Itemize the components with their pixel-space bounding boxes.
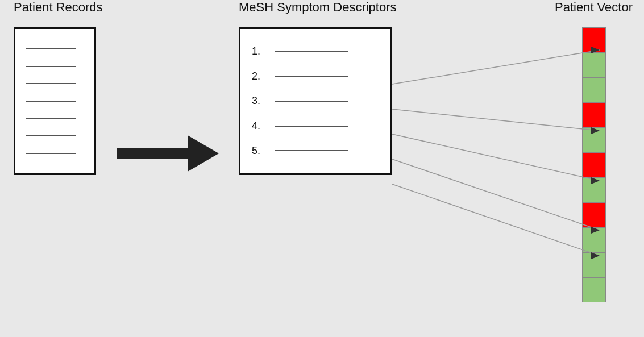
document-box — [14, 27, 96, 175]
vector-cell-4 — [582, 102, 606, 127]
doc-line — [26, 66, 76, 67]
mesh-item-3: 3. — [252, 95, 379, 107]
doc-line — [26, 118, 76, 119]
mesh-line-1 — [275, 51, 348, 52]
vector-cell-10 — [582, 252, 606, 277]
mesh-line-4 — [275, 126, 348, 127]
mesh-number-4: 4. — [252, 120, 268, 132]
doc-line — [26, 153, 76, 154]
vector-cell-5 — [582, 127, 606, 152]
patient-vector-section: Patient Vector — [555, 0, 633, 302]
doc-line — [26, 135, 76, 136]
mesh-item-5: 5. — [252, 145, 379, 157]
mesh-number-2: 2. — [252, 70, 268, 82]
big-arrow — [117, 135, 219, 172]
vector-cell-6 — [582, 152, 606, 177]
diagram-container: Patient Records MeSH Symptom Descriptors… — [0, 0, 644, 337]
mesh-number-1: 1. — [252, 45, 268, 57]
mesh-item-2: 2. — [252, 70, 379, 82]
vector-cell-8 — [582, 202, 606, 227]
mesh-section: MeSH Symptom Descriptors 1. 2. 3. 4. 5. — [239, 0, 397, 175]
vector-cell-11 — [582, 277, 606, 302]
patient-records-section: Patient Records — [14, 0, 103, 175]
vector-cell-2 — [582, 52, 606, 77]
doc-line — [26, 101, 76, 102]
doc-line — [26, 83, 76, 84]
mesh-line-2 — [275, 76, 348, 77]
patient-records-title: Patient Records — [14, 0, 103, 15]
vector-column — [582, 27, 606, 302]
mesh-number-5: 5. — [252, 145, 268, 157]
mesh-line-3 — [275, 101, 348, 102]
vector-cell-1 — [582, 27, 606, 52]
mesh-box: 1. 2. 3. 4. 5. — [239, 27, 392, 175]
mesh-number-3: 3. — [252, 95, 268, 107]
mesh-item-1: 1. — [252, 45, 379, 57]
vector-cell-7 — [582, 177, 606, 202]
doc-line — [26, 48, 76, 49]
mesh-line-5 — [275, 150, 348, 151]
vector-cell-9 — [582, 227, 606, 252]
mesh-title: MeSH Symptom Descriptors — [239, 0, 397, 15]
patient-vector-title: Patient Vector — [555, 0, 633, 15]
vector-cell-3 — [582, 77, 606, 102]
mesh-item-4: 4. — [252, 120, 379, 132]
